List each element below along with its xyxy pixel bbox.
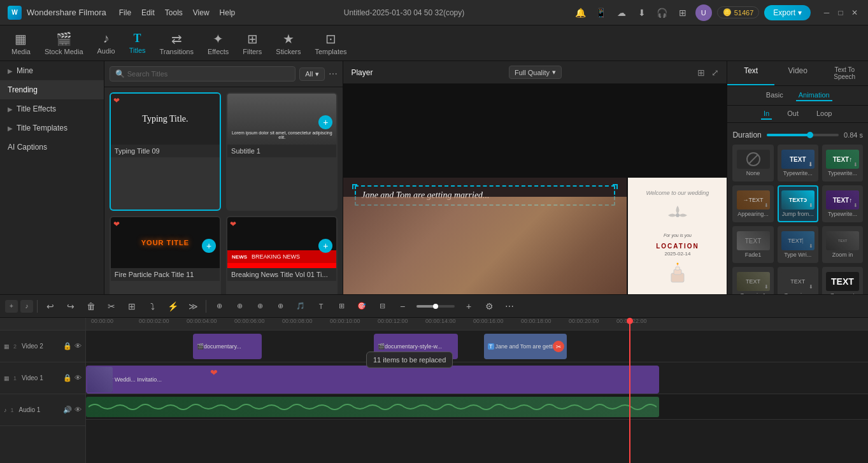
menu-file[interactable]: File [119, 8, 131, 17]
video2-eye-icon[interactable]: 👁 [75, 342, 82, 350]
toolbar-audio[interactable]: ♪ Audio [91, 29, 122, 57]
timeline-btn-1[interactable]: ⊕ [210, 297, 228, 315]
audio1-clip[interactable] [86, 397, 659, 417]
v2c3-scissors[interactable]: ✂ [553, 341, 564, 352]
more-timeline-button[interactable]: ≫ [184, 297, 202, 315]
fire-add-button[interactable]: + [202, 239, 216, 253]
toolbar-titles[interactable]: T Titles [123, 29, 152, 57]
undo-button[interactable]: ↩ [41, 297, 59, 315]
timeline-btn-5[interactable]: 🎵 [292, 297, 309, 315]
zoom-out-button[interactable]: − [394, 297, 411, 315]
sidebar-ai-captions-label: AI Captions [8, 143, 47, 152]
download-icon[interactable]: ⬇ [634, 5, 650, 20]
grid-view-icon[interactable]: ⊞ [697, 68, 705, 78]
sidebar-item-trending[interactable]: Trending [0, 80, 104, 99]
audio1-eye-icon[interactable]: 👁 [75, 406, 82, 414]
zoom-track[interactable] [416, 305, 455, 308]
notification-icon[interactable]: 🔔 [573, 5, 588, 20]
duration-handle[interactable] [807, 132, 813, 138]
anim-fade-card[interactable]: TEXT Fade1 [732, 226, 773, 263]
anim-typewrite3-card[interactable]: TEXT↑ ⬇ Typewrite... [822, 185, 863, 222]
title-card-typing[interactable]: ❤ Typing Title. Typing Title 09 [110, 92, 221, 211]
anim-zoom-in-card[interactable]: TEXT Zoom in [822, 226, 863, 263]
timeline-scrollable[interactable]: 00:00:00 00:00:02:00 00:00:04:00 00:00:0… [86, 318, 868, 463]
video1-clip1[interactable]: 🎬 Fancy Weddi... Invitatio... [86, 366, 659, 394]
menu-tools[interactable]: Tools [165, 8, 183, 17]
add-media-button[interactable]: + [5, 300, 18, 313]
filter-dropdown[interactable]: All ▾ [299, 68, 325, 81]
toolbar-transitions[interactable]: ⇄ Transitions [153, 29, 200, 58]
timeline-btn-8[interactable]: 🎯 [353, 297, 371, 315]
duration-track[interactable] [767, 134, 839, 136]
timeline-settings-button[interactable]: ⚙ [480, 297, 498, 315]
sidebar-item-title-templates[interactable]: ▶ Title Templates [0, 118, 104, 138]
anim-typewrite1-card[interactable]: TEXT ⬇ Typewrite... [778, 145, 818, 182]
insert-button[interactable]: ⤵ [143, 297, 161, 315]
toolbar-effects[interactable]: ✦ Effects [201, 29, 235, 58]
copy-button[interactable]: ⊞ [123, 297, 141, 315]
tab-text[interactable]: Text [727, 61, 774, 85]
export-button[interactable]: Export ▾ [764, 5, 811, 20]
video1-lock-icon[interactable]: 🔒 [63, 374, 72, 382]
menu-edit[interactable]: Edit [141, 8, 155, 17]
toolbar-media[interactable]: ▦ Media [5, 29, 37, 58]
anim-jump-card[interactable]: TEXTↄ ⬇ Jump from... [778, 185, 818, 222]
title-card-subtitle[interactable]: Lorem ipsum dolor sit amet, consectetur … [226, 92, 338, 211]
timeline-btn-2[interactable]: ⊕ [231, 297, 248, 315]
preview-toolbar: Player Full Quality ▾ ⊞ ⤢ [343, 61, 727, 84]
timeline-btn-7[interactable]: ⊞ [332, 297, 350, 315]
timeline-btn-3[interactable]: ⊕ [251, 297, 269, 315]
maximize-button[interactable]: □ [835, 7, 846, 18]
subtab-animation[interactable]: Animation [796, 90, 832, 101]
speed-button[interactable]: ⚡ [164, 297, 181, 315]
toolbar-templates[interactable]: ⊡ Templates [308, 29, 353, 58]
toolbar-filters[interactable]: ⊞ Filters [236, 29, 268, 58]
cut-button[interactable]: ✂ [103, 297, 120, 315]
grid-icon[interactable]: ⊞ [675, 5, 690, 20]
delete-button[interactable]: 🗑 [82, 297, 100, 315]
more-options-button[interactable]: ⋯ [329, 69, 338, 79]
close-button[interactable]: ✕ [849, 7, 860, 18]
download-icon-8: ⬇ [809, 284, 813, 290]
timeline-btn-6[interactable]: T [312, 297, 330, 315]
video1-eye-icon[interactable]: 👁 [75, 374, 82, 382]
toolbar-stock-media[interactable]: 🎬 Stock Media [38, 29, 90, 58]
menu-help[interactable]: Help [220, 8, 236, 17]
video2-clip3[interactable]: T Jane and Tom are getting... ✂ [484, 334, 567, 359]
sidebar-item-ai-captions[interactable]: AI Captions [0, 138, 104, 157]
search-input[interactable]: 🔍 Search Titles [110, 66, 295, 82]
fullscreen-icon[interactable]: ⤢ [711, 68, 719, 78]
anim-appearing-card[interactable]: →TEXT ⬇ Appearing... [732, 185, 773, 222]
location-label: LOCATION [656, 243, 699, 250]
quality-select[interactable]: Full Quality ▾ [509, 66, 562, 79]
anim-typewrite2-card[interactable]: TEXT↑ ⬇ Typewrite... [822, 145, 863, 182]
tab-tts[interactable]: Text To Speech [821, 61, 868, 85]
toolbar-stickers[interactable]: ★ Stickers [269, 29, 307, 58]
zoom-handle[interactable] [433, 304, 438, 309]
sidebar-item-title-effects[interactable]: ▶ Title Effects [0, 99, 104, 118]
audio1-mute-icon[interactable]: 🔊 [63, 406, 72, 414]
video2-clip1[interactable]: 🎬 documentary... [193, 334, 262, 359]
anim-none-card[interactable]: None [732, 145, 773, 182]
timeline-btn-4[interactable]: ⊕ [271, 297, 289, 315]
zoom-in-button[interactable]: + [460, 297, 478, 315]
anim-tab-in[interactable]: In [761, 108, 772, 120]
anim-tab-out[interactable]: Out [785, 108, 801, 120]
sidebar-item-mine[interactable]: ▶ Mine [0, 61, 104, 80]
cloud-icon[interactable]: ☁ [614, 5, 629, 20]
subtab-basic[interactable]: Basic [764, 90, 786, 101]
menu-view[interactable]: View [193, 8, 210, 17]
redo-button[interactable]: ↪ [62, 297, 80, 315]
anim-tab-loop[interactable]: Loop [814, 108, 834, 120]
video2-lock-icon[interactable]: 🔒 [63, 342, 72, 350]
add-audio-button[interactable]: ♪ [20, 300, 33, 313]
anim-typewrite-w-card[interactable]: TEXT⎸ ⬇ Type Wri... [778, 226, 818, 263]
headphones-icon[interactable]: 🎧 [655, 5, 670, 20]
minimize-button[interactable]: ─ [821, 7, 832, 18]
tab-video[interactable]: Video [774, 61, 822, 85]
timeline-btn-9[interactable]: ⊟ [373, 297, 391, 315]
timeline-more-button[interactable]: ⋯ [501, 297, 518, 315]
tab-player[interactable]: Player [351, 68, 373, 77]
devices-icon[interactable]: 📱 [594, 5, 609, 20]
user-avatar[interactable]: U [695, 4, 712, 21]
